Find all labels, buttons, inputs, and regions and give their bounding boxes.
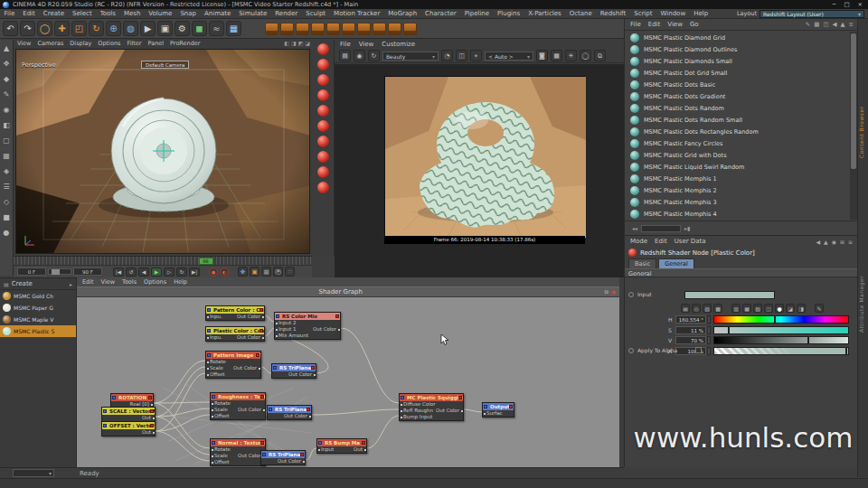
color-picture-icon[interactable]: ▩ bbox=[713, 304, 722, 313]
keyframe-selection-icon[interactable]: ∷ bbox=[285, 267, 295, 277]
input-port[interactable] bbox=[207, 316, 209, 318]
mixing-mode-icon[interactable]: ◫ bbox=[764, 304, 773, 313]
redshift-preset-icon[interactable] bbox=[317, 89, 329, 101]
autokey-button[interactable]: ◐ bbox=[220, 267, 229, 277]
node-close-icon[interactable] bbox=[150, 409, 155, 414]
node-header[interactable]: Pattern Color : Color bbox=[206, 306, 264, 314]
minimize-button[interactable]: ─ bbox=[832, 1, 835, 8]
output-port[interactable] bbox=[309, 416, 311, 418]
input-port[interactable] bbox=[207, 361, 209, 363]
swatches-mode-icon[interactable]: ● bbox=[775, 304, 784, 313]
dock-icon[interactable]: ⧉ bbox=[604, 288, 608, 296]
undo-icon[interactable]: ↶ bbox=[3, 21, 18, 36]
xparticles-brick-icon[interactable] bbox=[326, 23, 340, 35]
node-close-icon[interactable] bbox=[458, 396, 463, 400]
thumbnail-view-icon[interactable]: ▦ bbox=[814, 21, 819, 28]
edges-mode-icon[interactable]: ◈ bbox=[2, 166, 12, 176]
output-port[interactable] bbox=[259, 368, 260, 370]
channel-value-field[interactable]: 160.554 ° bbox=[675, 315, 706, 324]
preset-item[interactable]: MSMC Plastic Dot Grid Small bbox=[625, 67, 851, 79]
maximize-button[interactable]: □ bbox=[844, 1, 849, 8]
previous-frame-button[interactable]: ◀ bbox=[138, 267, 149, 277]
output-port[interactable] bbox=[153, 418, 155, 419]
input-port[interactable] bbox=[212, 455, 213, 457]
node-header[interactable]: OFFSET : Vector Abs bbox=[102, 422, 155, 429]
preview-size-slider[interactable] bbox=[641, 225, 681, 232]
color-wheel-icon[interactable]: ◎ bbox=[692, 304, 701, 313]
preset-item[interactable]: MSMC Plastic Liquid Swirl Random bbox=[625, 161, 851, 173]
node-close-icon[interactable] bbox=[259, 329, 264, 333]
redshift-preset-icon[interactable] bbox=[317, 74, 329, 86]
output-port[interactable] bbox=[303, 461, 305, 463]
node-close-icon[interactable] bbox=[260, 441, 265, 446]
preset-item[interactable]: MSMC Plastic Memphis 3 bbox=[625, 196, 851, 208]
input-port[interactable] bbox=[212, 409, 213, 411]
menu-mesh[interactable]: Mesh bbox=[119, 10, 144, 17]
create-menu[interactable]: Create bbox=[12, 280, 33, 287]
node-header[interactable]: RS Color Mix bbox=[275, 313, 340, 320]
axis-mode-icon[interactable]: ◇ bbox=[2, 197, 12, 207]
forward-arrow-icon[interactable]: ▲ bbox=[824, 239, 828, 245]
node-header[interactable]: RS TriPlana bbox=[268, 406, 311, 413]
shader-graph-title-bar[interactable]: Shader Graph ⧉◉ bbox=[77, 286, 619, 297]
shader-graph-menu-help[interactable]: Help bbox=[174, 277, 187, 286]
play-button[interactable]: ▶ bbox=[151, 267, 162, 277]
node-header[interactable]: MC Plastic Squiggles : Mat bbox=[400, 394, 463, 401]
xparticles-brick-icon[interactable] bbox=[311, 23, 325, 35]
node-header[interactable]: Plastic Color : Color bbox=[206, 327, 264, 334]
lock-mode-icon[interactable]: ● bbox=[2, 228, 12, 238]
rewind-icon[interactable]: ◂◂ bbox=[632, 225, 637, 231]
frame-start-field[interactable]: 0 F bbox=[17, 267, 46, 276]
apply-to-alpha-checkbox[interactable] bbox=[695, 347, 702, 353]
crop-region-icon[interactable]: ⌖ bbox=[470, 50, 482, 61]
menu-create[interactable]: Create bbox=[39, 10, 68, 17]
circle-select-icon[interactable]: ◯ bbox=[580, 50, 591, 61]
preset-item[interactable]: MSMC Plastic Diamond Outlines bbox=[625, 43, 851, 55]
menu-plugins[interactable]: Plugins bbox=[494, 10, 524, 17]
viewport-menu-prorender[interactable]: ProRender bbox=[170, 40, 200, 48]
menu-script[interactable]: Script bbox=[630, 10, 656, 17]
history-icon[interactable]: ▤ bbox=[339, 50, 351, 61]
compact-mode-icon[interactable]: ◪ bbox=[786, 304, 795, 313]
menu-octane[interactable]: Octane bbox=[565, 10, 596, 17]
content-browser-menu-edit[interactable]: Edit bbox=[648, 21, 661, 28]
node-plastic-squiggles[interactable]: MC Plastic Squiggles : MatDiffuse ColorR… bbox=[399, 393, 464, 421]
redshift-preset-icon[interactable] bbox=[317, 151, 329, 163]
rotate-tool-icon[interactable]: ↻ bbox=[89, 21, 104, 36]
zoom-level-icon[interactable]: ◔ bbox=[441, 50, 453, 61]
preset-item[interactable]: MSMC Plastic Diamonds Small bbox=[625, 55, 851, 67]
timeline-playhead[interactable]: 66 bbox=[199, 258, 213, 265]
input-port[interactable] bbox=[207, 374, 209, 376]
node-header[interactable]: Output bbox=[483, 403, 514, 410]
node-pattern-image[interactable]: Pattern Image : TextRotateScaleOut Color… bbox=[205, 351, 261, 379]
title-bar[interactable]: CINEMA 4D R20.059 Studio (RC - R20) (NFR… bbox=[0, 0, 868, 9]
node-header[interactable]: Roughness : Textu bbox=[211, 393, 265, 400]
shader-graph-menu-view[interactable]: View bbox=[101, 277, 115, 286]
view-layout-icon-2[interactable]: ◨ bbox=[291, 40, 297, 46]
preset-item[interactable]: MSMC Plastic Dots Gradient bbox=[625, 90, 851, 102]
redshift-preset-icon[interactable] bbox=[317, 166, 329, 178]
input-port[interactable] bbox=[276, 335, 278, 337]
render-view-icon[interactable]: ▶ bbox=[140, 21, 156, 36]
tab-content-browser[interactable]: Content Browser bbox=[858, 82, 868, 182]
viewport-menu-options[interactable]: Options bbox=[98, 40, 120, 48]
node-offset-vector-abs[interactable]: OFFSET : Vector AbsOut bbox=[101, 421, 156, 436]
options-icon[interactable]: ≡ bbox=[849, 21, 854, 28]
node-header[interactable]: SCALE : Vector Abs bbox=[102, 408, 155, 415]
node-close-icon[interactable] bbox=[150, 424, 155, 428]
menu-select[interactable]: Select bbox=[69, 10, 97, 17]
render-picture-viewer-icon[interactable]: ▣ bbox=[157, 21, 173, 36]
model-mode-icon[interactable]: ◉ bbox=[2, 105, 12, 115]
attribute-menu-mode[interactable]: Mode bbox=[630, 238, 647, 245]
section-header[interactable]: General bbox=[625, 268, 857, 277]
input-port[interactable] bbox=[207, 337, 209, 339]
viewport-canvas[interactable]: Perspective Default Camera bbox=[15, 49, 310, 254]
redshift-preset-icon[interactable] bbox=[317, 136, 329, 147]
output-port[interactable] bbox=[151, 404, 153, 406]
color-spectrum-icon[interactable]: ▨ bbox=[703, 304, 712, 313]
target-icon[interactable]: ◉ bbox=[832, 239, 836, 245]
channel-stepper[interactable] bbox=[707, 326, 711, 334]
channel-gradient-bar[interactable] bbox=[713, 326, 849, 334]
input-port[interactable] bbox=[207, 368, 209, 370]
move-tool-icon[interactable]: ✚ bbox=[54, 21, 70, 36]
